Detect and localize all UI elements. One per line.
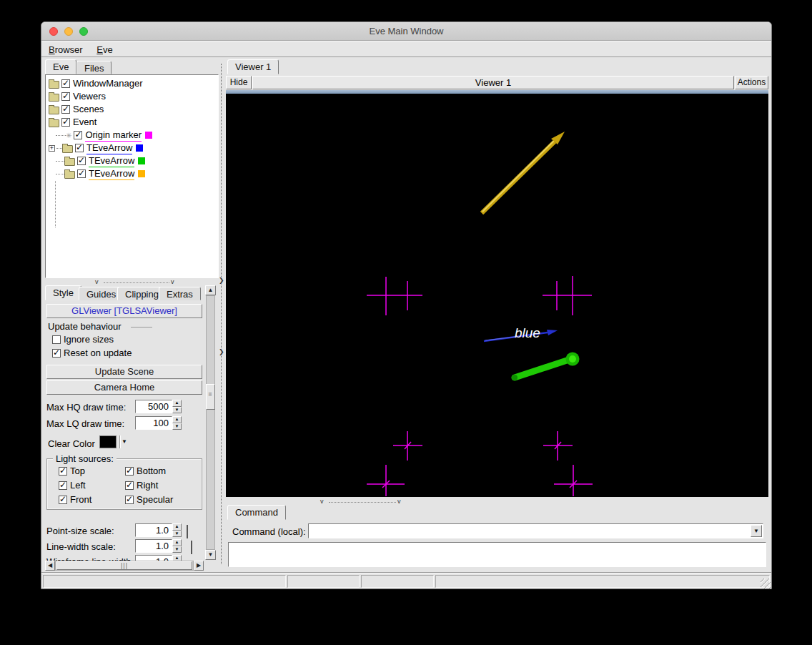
max-hq-stepper[interactable]: ▲ ▼ <box>172 400 182 413</box>
spin-down-icon[interactable]: ▼ <box>172 546 182 553</box>
expand-icon[interactable]: + <box>49 145 55 152</box>
tree-label[interactable]: Origin marker <box>85 129 142 142</box>
tree-row-windowmanager[interactable]: WindowManager <box>49 77 218 90</box>
splitter-collapse-icon[interactable]: ❯ <box>219 349 224 355</box>
scroll-left-icon[interactable]: ◀ <box>45 561 55 571</box>
minimize-button[interactable] <box>64 27 73 36</box>
light-left-checkbox[interactable] <box>59 481 67 490</box>
spin-up-icon[interactable]: ▲ <box>172 539 182 546</box>
tab-viewer-1[interactable]: Viewer 1 <box>227 59 279 74</box>
scroll-thumb[interactable]: ||| <box>56 561 192 570</box>
tab-extras[interactable]: Extras <box>159 287 201 300</box>
menu-browser[interactable]: Browser <box>43 42 89 55</box>
ignore-sizes-row[interactable]: Ignore sizes <box>52 334 114 345</box>
style-hscrollbar[interactable]: ◀ ||| ▶ <box>45 561 204 571</box>
reset-on-update-row[interactable]: Reset on update <box>52 348 132 358</box>
tree-label[interactable]: TEveArrow <box>89 155 134 167</box>
tree-row-origin-marker[interactable]: ✳ Origin marker <box>49 129 218 142</box>
clear-color-swatch[interactable] <box>99 435 117 448</box>
wireframe-input[interactable]: 1.0 <box>135 555 172 561</box>
tab-style[interactable]: Style <box>45 285 81 300</box>
title-bar[interactable]: Eve Main Window <box>41 22 771 41</box>
light-front-row[interactable]: Front <box>59 494 91 505</box>
tree-label[interactable]: TEveArrow <box>89 168 134 180</box>
color-swatch[interactable] <box>138 157 145 164</box>
tab-eve[interactable]: Eve <box>45 59 76 74</box>
ignore-sizes-checkbox[interactable] <box>52 335 61 344</box>
tree-label[interactable]: Event <box>73 117 96 128</box>
checkbox[interactable] <box>61 79 70 88</box>
command-combobox[interactable]: ▼ <box>308 523 763 538</box>
spin-up-icon[interactable]: ▲ <box>172 523 182 531</box>
menu-eve[interactable]: Eve <box>91 42 118 55</box>
spin-up-icon[interactable]: ▲ <box>172 555 182 561</box>
camera-home-button[interactable]: Camera Home <box>46 380 202 395</box>
wireframe-stepper[interactable]: ▲ ▼ <box>172 555 182 561</box>
checkbox[interactable] <box>61 105 70 114</box>
resize-grip[interactable] <box>761 578 771 589</box>
checkbox[interactable] <box>61 92 70 101</box>
checkbox[interactable] <box>75 144 84 152</box>
tree-label[interactable]: Viewers <box>73 91 106 102</box>
command-output[interactable] <box>228 542 766 567</box>
light-bottom-row[interactable]: Bottom <box>125 466 166 476</box>
point-size-checkbox[interactable] <box>187 525 188 538</box>
tab-command[interactable]: Command <box>227 505 286 520</box>
spin-down-icon[interactable]: ▼ <box>172 531 182 538</box>
tree-row-tevearrow-green[interactable]: TEveArrow <box>49 154 218 167</box>
line-width-checkbox[interactable] <box>191 541 192 554</box>
light-bottom-checkbox[interactable] <box>125 467 134 476</box>
command-splitter[interactable]: v v <box>226 498 768 505</box>
hide-button[interactable]: Hide <box>226 76 252 89</box>
light-specular-row[interactable]: Specular <box>125 494 173 505</box>
line-width-stepper[interactable]: ▲ ▼ <box>172 539 182 553</box>
combobox-dropdown-icon[interactable]: ▼ <box>751 525 762 537</box>
light-top-row[interactable]: Top <box>59 466 85 476</box>
line-width-input[interactable]: 1.0 <box>135 539 172 553</box>
tree-row-tevearrow-blue[interactable]: + TEveArrow <box>49 142 218 154</box>
update-scene-button[interactable]: Update Scene <box>46 365 202 379</box>
tree-row-tevearrow-yellow[interactable]: TEveArrow <box>49 167 218 180</box>
checkbox[interactable] <box>77 169 86 178</box>
tree-label[interactable]: TEveArrow <box>86 142 132 154</box>
splitter-collapse-icon[interactable]: v <box>95 279 99 285</box>
splitter-handle[interactable] <box>104 282 169 283</box>
close-button[interactable] <box>49 27 58 36</box>
point-size-stepper[interactable]: ▲ ▼ <box>172 523 182 537</box>
tree-label[interactable]: Scenes <box>73 104 104 115</box>
zoom-button[interactable] <box>79 27 88 36</box>
max-hq-input[interactable]: 5000 <box>135 400 172 413</box>
splitter-collapse-icon[interactable]: ❯ <box>219 277 224 284</box>
light-left-row[interactable]: Left <box>59 480 86 491</box>
max-lq-input[interactable]: 100 <box>135 416 172 430</box>
reset-on-update-checkbox[interactable] <box>52 349 61 358</box>
color-swatch[interactable] <box>136 144 143 152</box>
viewer-title-bar[interactable]: Viewer 1 <box>252 76 734 89</box>
checkbox[interactable] <box>77 157 86 165</box>
main-splitter[interactable]: ❯ ❯ <box>217 59 225 570</box>
scroll-track[interactable] <box>206 295 215 550</box>
tree-row-scenes[interactable]: Scenes <box>49 103 218 116</box>
glviewer-button[interactable]: GLViewer [TGLSAViewer] <box>46 304 202 318</box>
spin-up-icon[interactable]: ▲ <box>172 416 182 423</box>
actions-button[interactable]: Actions <box>735 76 768 89</box>
light-right-row[interactable]: Right <box>125 480 158 491</box>
style-vscrollbar[interactable]: ▲ ≡ ▼ <box>205 285 216 560</box>
tree-row-viewers[interactable]: Viewers <box>49 90 218 103</box>
scroll-right-icon[interactable]: ▶ <box>194 561 204 571</box>
light-specular-checkbox[interactable] <box>125 496 134 504</box>
color-swatch[interactable] <box>138 170 145 177</box>
clear-color-dropdown-icon[interactable]: ▼ <box>122 438 127 445</box>
tree-label[interactable]: WindowManager <box>73 78 143 89</box>
spin-up-icon[interactable]: ▲ <box>172 400 182 407</box>
max-lq-stepper[interactable]: ▲ ▼ <box>172 416 182 430</box>
splitter-collapse-icon[interactable]: v <box>320 498 324 505</box>
light-right-checkbox[interactable] <box>125 481 134 490</box>
tree-row-event[interactable]: Event <box>49 116 218 129</box>
scroll-down-icon[interactable]: ▼ <box>205 550 216 560</box>
scroll-up-icon[interactable]: ▲ <box>205 285 216 295</box>
gl-viewport[interactable]: blue <box>226 94 768 497</box>
spin-down-icon[interactable]: ▼ <box>172 423 182 430</box>
light-top-checkbox[interactable] <box>59 467 67 476</box>
point-size-input[interactable]: 1.0 <box>135 523 172 537</box>
